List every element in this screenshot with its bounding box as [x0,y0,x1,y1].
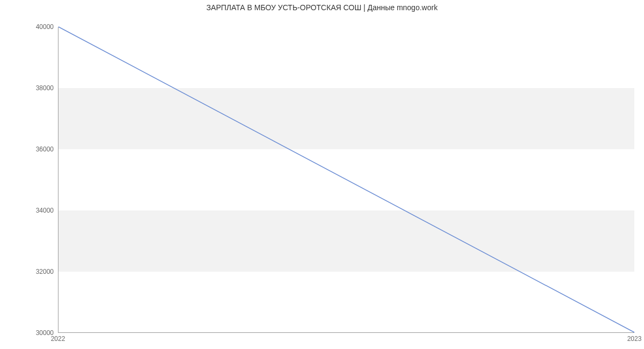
line-series [58,27,634,332]
y-tick-label: 34000 [27,207,54,214]
data-line [58,27,634,332]
y-tick-label: 32000 [27,268,54,275]
chart-container: ЗАРПЛАТА В МБОУ УСТЬ-ОРОТСКАЯ СОШ | Данн… [0,0,644,349]
plot-area [58,27,634,333]
y-tick-label: 40000 [27,23,54,31]
y-tick-label: 30000 [27,329,54,337]
y-tick-label: 38000 [27,84,54,92]
y-tick-label: 36000 [27,146,54,153]
x-tick-label: 2022 [51,335,65,343]
x-tick-label: 2023 [627,335,642,343]
chart-title: ЗАРПЛАТА В МБОУ УСТЬ-ОРОТСКАЯ СОШ | Данн… [0,3,644,12]
